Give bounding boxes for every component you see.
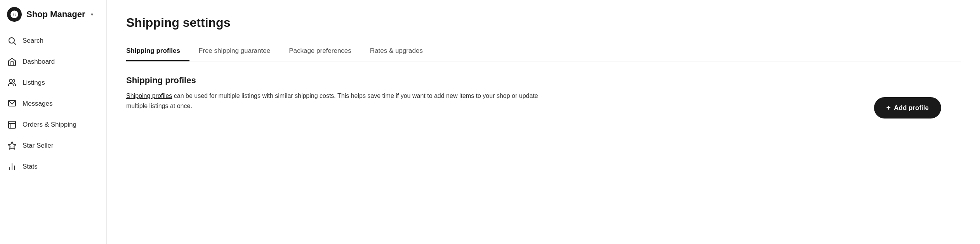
orders-icon [7, 120, 17, 130]
add-profile-button[interactable]: + Add profile [874, 97, 941, 119]
sidebar-label-stats: Stats [23, 163, 38, 171]
sidebar-item-star-seller[interactable]: Star Seller [0, 135, 106, 156]
shop-icon [10, 10, 19, 19]
section-title: Shipping profiles [126, 75, 961, 85]
shop-manager-logo [7, 7, 22, 22]
main-content: Shipping settings Shipping profiles Free… [107, 0, 980, 244]
svg-line-3 [14, 43, 16, 44]
sidebar: Shop Manager ▾ Search Dashboard [0, 0, 107, 244]
shop-manager-title: Shop Manager [26, 9, 85, 19]
chevron-down-icon: ▾ [91, 12, 93, 17]
tab-shipping-profiles[interactable]: Shipping profiles [126, 42, 189, 61]
tab-rates-upgrades[interactable]: Rates & upgrades [370, 42, 432, 61]
plus-icon: + [886, 103, 891, 112]
section-description: Shipping profiles can be used for multip… [126, 91, 553, 111]
listings-icon [7, 78, 17, 88]
page-title: Shipping settings [126, 16, 961, 30]
svg-point-4 [9, 79, 12, 82]
sidebar-label-listings: Listings [23, 79, 45, 87]
messages-icon [7, 99, 17, 109]
sidebar-nav: Search Dashboard Listings [0, 29, 106, 179]
home-icon [7, 57, 17, 67]
sidebar-item-stats[interactable]: Stats [0, 156, 106, 177]
sidebar-item-messages[interactable]: Messages [0, 93, 106, 114]
sidebar-label-orders: Orders & Shipping [23, 121, 76, 129]
svg-rect-6 [9, 121, 16, 128]
sidebar-item-dashboard[interactable]: Dashboard [0, 51, 106, 72]
tab-free-shipping-guarantee[interactable]: Free shipping guarantee [199, 42, 280, 61]
tabs-bar: Shipping profiles Free shipping guarante… [126, 42, 961, 61]
stats-icon [7, 162, 17, 172]
tab-package-preferences[interactable]: Package preferences [289, 42, 361, 61]
shop-manager-header[interactable]: Shop Manager ▾ [0, 0, 106, 29]
star-icon [7, 141, 17, 151]
sidebar-label-dashboard: Dashboard [23, 58, 55, 66]
sidebar-label-messages: Messages [23, 100, 52, 108]
shipping-profiles-link[interactable]: Shipping profiles [126, 92, 172, 99]
search-icon [7, 36, 17, 46]
section-content: Shipping profiles Shipping profiles can … [126, 75, 961, 142]
svg-point-2 [9, 38, 14, 43]
sidebar-item-search[interactable]: Search [0, 30, 106, 51]
sidebar-label-star-seller: Star Seller [23, 142, 53, 150]
add-profile-label: Add profile [894, 104, 929, 112]
section-description-text: can be used for multiple listings with s… [126, 92, 538, 109]
sidebar-item-orders-shipping[interactable]: Orders & Shipping [0, 114, 106, 135]
sidebar-item-listings[interactable]: Listings [0, 72, 106, 93]
sidebar-label-search: Search [23, 37, 43, 45]
